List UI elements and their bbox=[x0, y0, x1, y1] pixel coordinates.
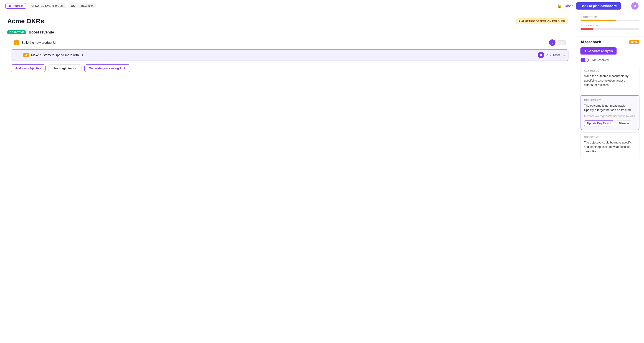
update-frequency-badge: UPDATED EVERY WEEK bbox=[29, 4, 66, 9]
avatar: U bbox=[631, 2, 638, 10]
ownership-bar-fill bbox=[580, 20, 616, 22]
feedback-card[interactable]: Objective The objective could be more sp… bbox=[580, 132, 640, 159]
lock-icon: 🔒 bbox=[557, 4, 562, 9]
feedback-card-text: The objective could be more specific and… bbox=[584, 140, 636, 154]
ai-feedback-panel: AI feedback BETA ✦ Generate analysis Hid… bbox=[576, 37, 644, 342]
generate-analysis-button[interactable]: ✦ Generate analysis bbox=[580, 47, 616, 55]
kr-progress: 0 → 100% bbox=[546, 54, 560, 57]
generate-goals-button[interactable]: Generate goals using AI ✦ bbox=[84, 65, 130, 72]
right-sidebar: OWNERSHIP ACTIONABLE AI feedback BETA ✦ … bbox=[576, 12, 644, 342]
feedback-card-text: Make the outcome measurable by specifyin… bbox=[584, 74, 636, 87]
drag-handle-icon[interactable]: ⠿ bbox=[18, 53, 21, 57]
ownership-label: OWNERSHIP bbox=[580, 16, 640, 19]
objective-title: Boost revenue bbox=[29, 30, 54, 34]
table-row[interactable]: # Build the new product UI U — bbox=[11, 37, 568, 48]
feedback-card-actions: Update Key Result Dismiss bbox=[584, 121, 636, 126]
feedback-card[interactable]: Key Result The outcome is not measurable… bbox=[580, 95, 640, 130]
kr-type-badge: # bbox=[14, 40, 19, 45]
ai-feedback-header: AI feedback BETA bbox=[580, 40, 640, 44]
actionable-bar bbox=[580, 28, 640, 30]
actionable-bar-fill bbox=[580, 28, 594, 30]
kr-list: # Build the new product UI U — + ⠿ # Mak… bbox=[11, 37, 568, 61]
kr-progress: — bbox=[558, 40, 566, 45]
ownership-bar bbox=[580, 20, 640, 22]
kr-avatar: U bbox=[538, 52, 544, 58]
topbar-right: 🔒 Close Back to plan dashboard ⋯ U bbox=[557, 2, 638, 10]
beta-badge: BETA bbox=[629, 40, 640, 44]
ai-metric-badge: ✦ AI METRIC DETECTION ENABLED bbox=[515, 19, 568, 24]
date-range-badge: OCT → DEC 2024 bbox=[68, 4, 96, 9]
expand-icon[interactable]: ✦ bbox=[562, 53, 566, 57]
hide-resolved-toggle-row: Hide resolved bbox=[580, 58, 640, 62]
more-options-icon[interactable]: ⋯ bbox=[624, 3, 628, 9]
actionable-label: ACTIONABLE bbox=[580, 24, 640, 27]
kr-name: Make customers spend more with us bbox=[31, 53, 536, 57]
kr-avatar: U bbox=[549, 39, 556, 46]
toggle-thumb bbox=[584, 58, 588, 62]
objective-type-badge: OBJECTIVE bbox=[7, 30, 26, 34]
back-to-dashboard-button[interactable]: Back to plan dashboard bbox=[576, 2, 621, 10]
feedback-card-type: Key Result bbox=[584, 99, 636, 102]
feedback-card-type: Objective bbox=[584, 136, 636, 138]
feedback-card[interactable]: Key Result Make the outcome measurable b… bbox=[580, 66, 640, 93]
hide-resolved-toggle[interactable] bbox=[580, 58, 589, 62]
sidebar-stats: OWNERSHIP ACTIONABLE bbox=[576, 12, 644, 37]
kr-name: Build the new product UI bbox=[22, 41, 547, 45]
add-objective-button[interactable]: Add new objective bbox=[11, 65, 46, 72]
toggle-label: Hide resolved bbox=[590, 58, 609, 62]
magic-import-button[interactable]: Use magic import bbox=[48, 65, 82, 72]
ai-feedback-title: AI feedback bbox=[580, 40, 601, 44]
close-button[interactable]: Close bbox=[564, 4, 573, 8]
action-buttons: Add new objective Use magic import Gener… bbox=[11, 65, 568, 72]
feedback-card-suggestion: Increase average customer spend by 20% bbox=[584, 115, 636, 118]
topbar: In Progress UPDATED EVERY WEEK OCT → DEC… bbox=[0, 0, 644, 12]
objective-row: OBJECTIVE Boost revenue bbox=[7, 30, 568, 34]
dismiss-button[interactable]: Dismiss bbox=[616, 121, 632, 126]
main-layout: Acme OKRs ✦ AI METRIC DETECTION ENABLED … bbox=[0, 12, 644, 342]
page-title: Acme OKRs bbox=[7, 18, 44, 25]
table-row[interactable]: + ⠿ # Make customers spend more with us … bbox=[11, 50, 568, 61]
kr-type-badge: # bbox=[23, 53, 29, 57]
update-key-result-button[interactable]: Update Key Result bbox=[584, 121, 614, 126]
content-area: Acme OKRs ✦ AI METRIC DETECTION ENABLED … bbox=[0, 12, 576, 342]
add-kr-icon[interactable]: + bbox=[14, 53, 16, 57]
feedback-card-type: Key Result bbox=[584, 69, 636, 72]
status-badge: In Progress bbox=[6, 3, 26, 9]
title-row: Acme OKRs ✦ AI METRIC DETECTION ENABLED bbox=[7, 18, 568, 25]
feedback-card-text: The outcome is not measurable. Specify a… bbox=[584, 103, 636, 112]
